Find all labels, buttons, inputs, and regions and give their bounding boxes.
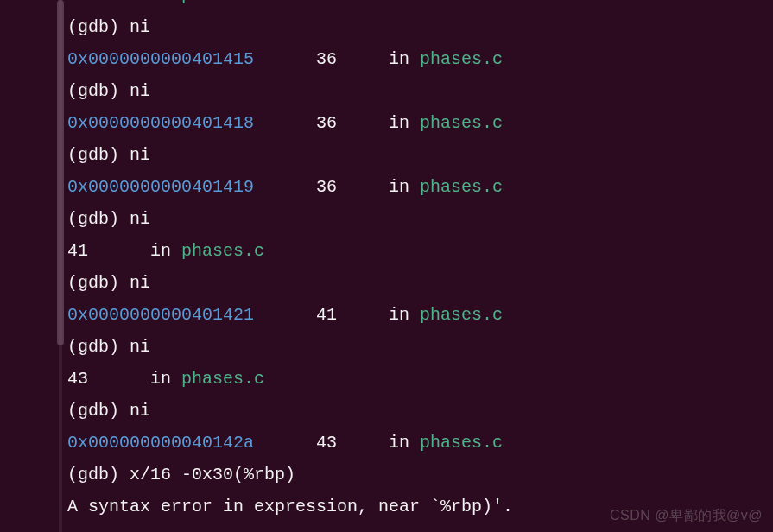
gdb-command: ni	[130, 401, 150, 421]
gdb-prompt: (gdb)	[67, 145, 130, 165]
line-number: 36	[316, 49, 337, 69]
source-file: phases.c	[181, 241, 264, 261]
terminal-line: (gdb) x/16 -0x30(%rbp)	[67, 459, 773, 491]
memory-address: 0x0000000000401419	[67, 177, 254, 197]
gdb-command: ni	[130, 273, 150, 293]
terminal-line: 0x0000000000401418 36 in phases.c	[67, 107, 773, 139]
line-number: 41	[316, 305, 337, 325]
terminal-line: 0x000000000040142a 43 in phases.c	[67, 427, 773, 459]
terminal-line: (gdb) ni	[67, 331, 773, 363]
terminal-line: 41 in phases.c	[67, 235, 773, 267]
line-number: 36	[67, 0, 88, 5]
source-file: phases.c	[420, 113, 503, 133]
terminal-line: 43 in phases.c	[67, 363, 773, 395]
terminal-line: (gdb) ni	[67, 203, 773, 235]
line-number: 43	[67, 369, 88, 389]
gdb-prompt: (gdb)	[67, 17, 130, 37]
terminal-line: (gdb) ni	[67, 395, 773, 427]
gdb-command: ni	[130, 17, 150, 37]
terminal-line: (gdb) ni	[67, 75, 773, 107]
gdb-prompt: (gdb)	[67, 81, 130, 101]
source-file: phases.c	[181, 0, 264, 5]
line-number: 36	[316, 113, 337, 133]
terminal-line: 0x0000000000401415 36 in phases.c	[67, 43, 773, 75]
terminal-line: (gdb) ni	[67, 267, 773, 299]
terminal-line: 36 in phases.c	[67, 0, 773, 11]
gdb-command: ni	[130, 81, 150, 101]
memory-address: 0x0000000000401415	[67, 49, 254, 69]
gdb-prompt: (gdb)	[67, 465, 130, 484]
terminal-output[interactable]: 36 in phases.c(gdb) ni0x0000000000401415…	[0, 0, 773, 522]
memory-address: 0x000000000040142a	[67, 433, 254, 453]
gdb-command: ni	[130, 145, 150, 165]
memory-address: 0x0000000000401421	[67, 305, 254, 325]
gdb-command: ni	[130, 209, 150, 229]
terminal-line: (gdb) ni	[67, 11, 773, 43]
terminal-line: 0x0000000000401421 41 in phases.c	[67, 299, 773, 331]
line-number: 43	[316, 433, 337, 453]
memory-address: 0x0000000000401418	[67, 113, 254, 133]
line-number: 36	[316, 177, 337, 197]
source-file: phases.c	[420, 49, 503, 69]
terminal-line: (gdb) ni	[67, 139, 773, 171]
gdb-prompt: (gdb)	[67, 273, 130, 293]
watermark: CSDN @卑鄙的我@v@	[610, 507, 763, 525]
gdb-prompt: (gdb)	[67, 401, 130, 421]
gdb-command: x/16 -0x30(%rbp)	[130, 465, 295, 484]
source-file: phases.c	[181, 369, 264, 389]
source-file: phases.c	[420, 433, 503, 453]
gdb-prompt: (gdb)	[67, 209, 130, 229]
terminal-line: 0x0000000000401419 36 in phases.c	[67, 171, 773, 203]
gdb-command: ni	[130, 337, 150, 357]
gdb-prompt: (gdb)	[67, 337, 130, 357]
source-file: phases.c	[420, 177, 503, 197]
source-file: phases.c	[420, 305, 503, 325]
error-message: A syntax error in expression, near `%rbp…	[67, 497, 513, 516]
line-number: 41	[67, 241, 88, 261]
